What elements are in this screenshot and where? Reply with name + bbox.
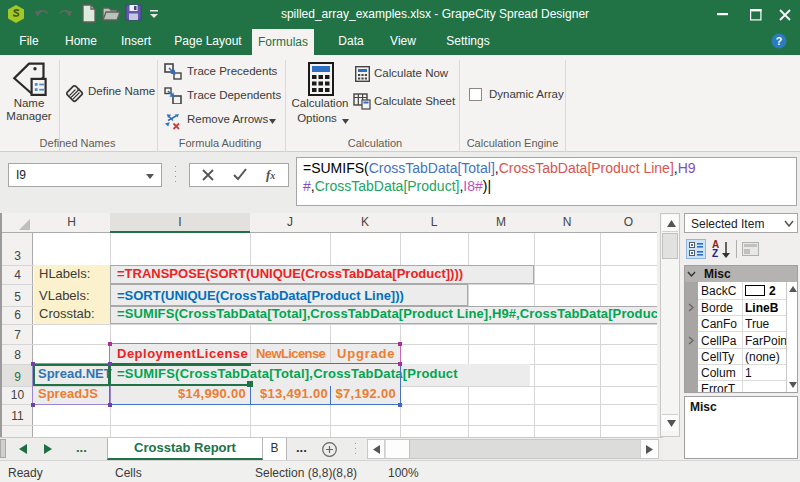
svg-text:?: ? bbox=[776, 35, 783, 47]
